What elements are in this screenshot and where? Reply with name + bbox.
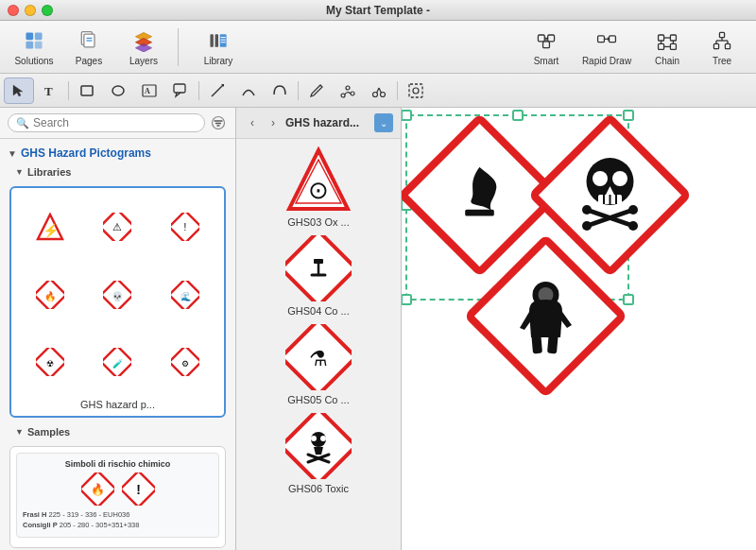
list-item[interactable]: ⚗ GHS05 Co ... (240, 324, 397, 405)
svg-point-51 (351, 92, 354, 95)
ghs-section-header[interactable]: ▼ GHS Hazard Pictograms (0, 143, 235, 163)
svg-rect-28 (659, 43, 664, 49)
container-tool-button[interactable] (401, 77, 431, 104)
canvas-area[interactable] (402, 108, 756, 550)
svg-rect-1 (35, 32, 43, 40)
svg-text:T: T (44, 84, 53, 98)
samples-card[interactable]: Simboli di rischio chimico 🔥 ! (9, 446, 226, 548)
samples-subsection-header[interactable]: ▼ Samples (0, 423, 235, 440)
svg-rect-12 (215, 34, 218, 47)
list-item[interactable]: GHS04 Co ... (240, 235, 397, 317)
list-item[interactable]: ⊙ GHS03 Ox ... (240, 146, 397, 228)
smart-icon (533, 27, 559, 54)
sample-text-rows: Frasi H 225 - 319 - 336 - EUH036 Consigl… (23, 509, 213, 531)
svg-rect-22 (598, 36, 605, 43)
left-panel: 🔍 ▼ GHS Hazard Pictograms ▼ Libraries (0, 108, 236, 550)
callout-tool-button[interactable] (165, 77, 196, 104)
library-button[interactable]: Library (186, 25, 250, 70)
draw-separator-4 (397, 81, 398, 100)
back-arrow-button[interactable]: ‹ (244, 114, 261, 131)
svg-rect-46 (174, 84, 185, 93)
text-tool-button[interactable]: T (35, 77, 65, 104)
chain-button[interactable]: Chain (641, 25, 694, 70)
samples-subsection-label: Samples (27, 426, 70, 438)
toolbar-right-group: Smart Rapid Draw (520, 25, 748, 70)
ghs-cell-8: 🧪 (85, 329, 151, 395)
close-button[interactable] (8, 5, 19, 16)
arc-tool-button[interactable] (265, 77, 295, 104)
library-card-label: GHS hazard p... (17, 399, 218, 410)
tree-button[interactable]: Tree (696, 25, 748, 70)
middle-header: ‹ › GHS hazard... ⌄ (236, 108, 401, 139)
rapid-draw-icon (593, 27, 620, 54)
window-title: My Start Template - (326, 4, 430, 17)
svg-rect-19 (543, 42, 550, 48)
frasi-label: Frasi H (23, 510, 46, 519)
minimize-button[interactable] (25, 5, 36, 16)
svg-text:!: ! (184, 222, 187, 232)
scissors-tool-button[interactable] (364, 77, 394, 104)
draw-toolbar: T A (0, 74, 756, 108)
curve-tool-button[interactable] (233, 77, 264, 104)
line-tool-button[interactable] (202, 77, 232, 104)
ghs-cell-7: ☢ (17, 329, 83, 395)
rect-tool-button[interactable] (72, 77, 102, 104)
main-layout: 🔍 ▼ GHS Hazard Pictograms ▼ Libraries (0, 108, 756, 550)
pen-tool-button[interactable] (301, 77, 332, 104)
node-tool-button[interactable] (333, 77, 363, 104)
toolbar-left-group: Solutions Pages L (8, 25, 250, 70)
middle-dropdown-button[interactable]: ⌄ (374, 113, 393, 132)
svg-text:⚡: ⚡ (42, 223, 59, 239)
svg-text:⚙: ⚙ (181, 359, 189, 369)
svg-point-110 (582, 221, 592, 231)
layers-button[interactable]: Layers (117, 25, 170, 70)
svg-point-111 (628, 221, 638, 231)
ghs-cell-1: ⚡ (17, 194, 83, 260)
forward-arrow-button[interactable]: › (265, 114, 282, 131)
handle-br[interactable] (624, 295, 633, 304)
window-controls[interactable] (8, 5, 53, 16)
ghs-cell-9: ⚙ (152, 329, 218, 395)
select-tool-button[interactable] (4, 77, 34, 104)
tree-icon (709, 27, 735, 54)
smart-button[interactable]: Smart (520, 25, 573, 70)
svg-rect-34 (719, 32, 724, 37)
search-input-wrap[interactable]: 🔍 (8, 113, 205, 132)
solutions-button[interactable]: Solutions (8, 25, 60, 70)
svg-rect-87 (314, 259, 323, 264)
text-box-tool-button[interactable]: A (134, 77, 164, 104)
rapid-draw-button[interactable]: Rapid Draw (575, 25, 639, 70)
consigli-values: 205 - 280 - 305+351+338 (60, 521, 140, 529)
libraries-subsection-header[interactable]: ▼ Libraries (0, 163, 235, 180)
ellipse-tool-button[interactable] (103, 77, 133, 104)
svg-line-47 (212, 85, 223, 96)
handle-tl[interactable] (402, 111, 411, 120)
ghs06-label: GHS06 Toxic (288, 483, 349, 494)
draw-separator-2 (198, 81, 199, 100)
layers-icon (130, 27, 157, 54)
svg-rect-18 (548, 35, 555, 42)
search-input[interactable] (33, 116, 197, 129)
ghs-cell-2: ⚠ (85, 194, 151, 260)
ghs-cell-6: 🌊 (152, 262, 218, 328)
svg-point-50 (346, 86, 350, 90)
samples-preview: Simboli di rischio chimico 🔥 ! (16, 453, 219, 538)
svg-rect-17 (538, 35, 544, 42)
pages-button[interactable]: Pages (62, 25, 115, 70)
ghs-library-card[interactable]: ⚡ ⚠ ! 🔥 💀 🌊 (9, 186, 226, 418)
libraries-arrow-icon: ▼ (15, 167, 24, 177)
handle-tr[interactable] (624, 111, 633, 120)
handle-tm[interactable] (513, 111, 523, 120)
chain-label: Chain (655, 56, 679, 66)
libraries-subsection-label: Libraries (27, 166, 71, 178)
maximize-button[interactable] (42, 5, 53, 16)
library-item-grid: ⚡ ⚠ ! 🔥 💀 🌊 (17, 194, 218, 395)
ghs03-icon: ⊙ (285, 146, 352, 213)
handle-bl[interactable] (402, 295, 411, 304)
svg-rect-35 (713, 43, 718, 48)
library-icon (205, 27, 232, 54)
filter-icon[interactable] (209, 113, 228, 132)
svg-text:⚗: ⚗ (309, 347, 328, 370)
list-item[interactable]: GHS06 Toxic (240, 413, 397, 494)
svg-text:☢: ☢ (46, 359, 54, 369)
